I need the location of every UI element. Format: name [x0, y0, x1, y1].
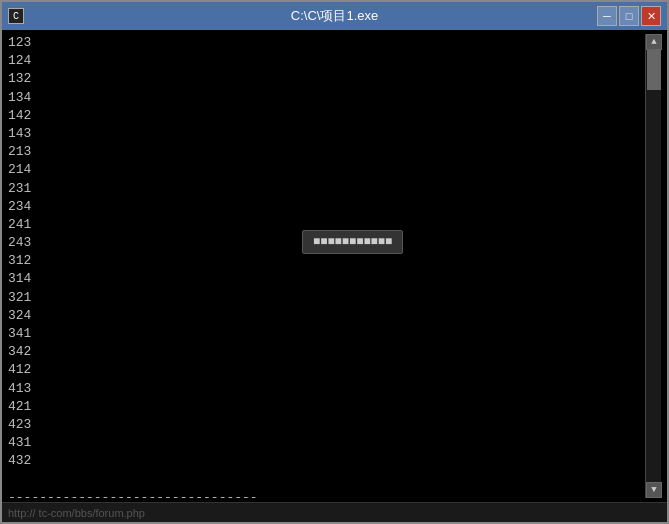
app-icon: C: [8, 8, 24, 24]
main-window: C C:\C\项目1.exe ─ □ ✕ 123 124 132 134 142…: [0, 0, 669, 524]
console-area: 123 124 132 134 142 143 213 214 231 234 …: [2, 30, 667, 502]
scrollbar[interactable]: ▲ ▼: [645, 34, 661, 498]
scroll-down-button[interactable]: ▼: [646, 482, 662, 498]
minimize-button[interactable]: ─: [597, 6, 617, 26]
status-bar: http:// tc-com/bbs/forum.php: [2, 502, 667, 522]
console-output: 123 124 132 134 142 143 213 214 231 234 …: [8, 34, 645, 498]
tooltip-overlay: ■■■■■■■■■■■: [302, 230, 403, 254]
maximize-button[interactable]: □: [619, 6, 639, 26]
title-bar-left: C: [8, 8, 24, 24]
title-bar: C C:\C\项目1.exe ─ □ ✕: [2, 2, 667, 30]
close-button[interactable]: ✕: [641, 6, 661, 26]
scrollbar-thumb[interactable]: [647, 50, 661, 90]
window-title: C:\C\项目1.exe: [291, 7, 378, 25]
status-text: http:// tc-com/bbs/forum.php: [8, 507, 145, 519]
scrollbar-track[interactable]: [646, 50, 661, 482]
title-buttons: ─ □ ✕: [597, 6, 661, 26]
scroll-up-button[interactable]: ▲: [646, 34, 662, 50]
